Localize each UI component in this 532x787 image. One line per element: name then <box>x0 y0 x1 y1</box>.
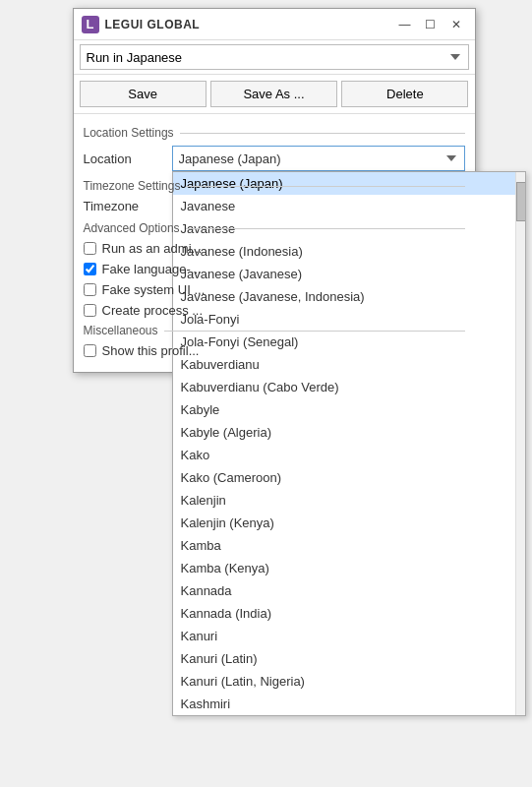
profile-bar: Run in Japanese <box>74 40 475 75</box>
create-process-row: Create process ... <box>84 303 465 318</box>
dropdown-item[interactable]: Kannada (India) <box>173 602 525 625</box>
content-area: Location Settings Location Japanese (Jap… <box>74 114 475 372</box>
dropdown-item[interactable]: Kabyle (Algeria) <box>173 421 525 444</box>
create-process-label: Create process ... <box>102 303 204 318</box>
dropdown-item[interactable]: Kamba (Kenya) <box>173 557 525 579</box>
dropdown-item[interactable]: Kalenjin <box>173 489 525 512</box>
dropdown-item[interactable]: Kalenjin (Kenya) <box>173 512 525 534</box>
fake-system-row: Fake system UI ... <box>84 282 465 297</box>
location-label: Location <box>84 151 172 166</box>
timezone-label: Timezone <box>84 199 172 213</box>
app-icon: L <box>82 16 99 33</box>
dropdown-item[interactable]: Kabyle <box>173 398 525 421</box>
delete-button[interactable]: Delete <box>341 81 468 107</box>
dropdown-item[interactable]: Kanuri (Latin) <box>173 647 525 670</box>
fake-language-row: Fake language-... <box>84 262 465 276</box>
location-control-wrapper: Japanese (Japan) Japanese (Japan)Javanes… <box>172 146 465 171</box>
run-as-admin-label: Run as an admi... <box>102 241 203 256</box>
timezone-settings-header: Timezone Settings <box>84 179 465 193</box>
location-row: Location Japanese (Japan) Japanese (Japa… <box>84 146 465 171</box>
dropdown-item[interactable]: Kako <box>173 444 525 466</box>
toolbar: Save Save As ... Delete <box>74 75 475 114</box>
show-profile-label: Show this profil... <box>102 343 200 358</box>
run-as-admin-checkbox[interactable] <box>84 242 96 255</box>
dropdown-item[interactable]: Kashmiri <box>173 693 525 715</box>
location-settings-header: Location Settings <box>84 126 465 140</box>
dropdown-item[interactable]: Kako (Cameroon) <box>173 466 525 489</box>
fake-language-checkbox[interactable] <box>84 263 96 275</box>
scrollbar-thumb[interactable] <box>516 182 525 221</box>
advanced-options-header: Advanced Options <box>84 221 465 235</box>
dropdown-item[interactable]: Kabuverdianu (Cabo Verde) <box>173 376 525 398</box>
window-title: LEGUI GLOBAL <box>105 18 394 31</box>
scrollbar-track[interactable] <box>515 172 525 715</box>
location-select[interactable]: Japanese (Japan) <box>172 146 465 171</box>
title-bar: L LEGUI GLOBAL — ☐ ✕ <box>74 9 475 40</box>
close-button[interactable]: ✕ <box>445 16 467 33</box>
show-profile-checkbox[interactable] <box>84 344 96 357</box>
fake-system-checkbox[interactable] <box>84 283 96 296</box>
main-window: L LEGUI GLOBAL — ☐ ✕ Run in Japanese Sav… <box>73 8 476 373</box>
profile-select[interactable]: Run in Japanese <box>80 44 469 70</box>
fake-language-label: Fake language-... <box>102 262 202 276</box>
save-as-button[interactable]: Save As ... <box>210 81 337 107</box>
show-profile-row: Show this profil... <box>84 343 465 358</box>
save-button[interactable]: Save <box>80 81 207 107</box>
dropdown-item[interactable]: Kannada <box>173 579 525 602</box>
maximize-button[interactable]: ☐ <box>420 16 442 33</box>
timezone-row: Timezone <box>84 199 465 213</box>
window-controls: — ☐ ✕ <box>394 16 467 33</box>
minimize-button[interactable]: — <box>394 16 416 33</box>
dropdown-item[interactable]: Kanuri <box>173 625 525 647</box>
dropdown-item[interactable]: Kanuri (Latin, Nigeria) <box>173 670 525 693</box>
create-process-checkbox[interactable] <box>84 304 96 317</box>
dropdown-item[interactable]: Kamba <box>173 534 525 557</box>
misc-header: Miscellaneous <box>84 324 465 337</box>
run-as-admin-row: Run as an admi... <box>84 241 465 256</box>
fake-system-label: Fake system UI ... <box>102 282 206 297</box>
